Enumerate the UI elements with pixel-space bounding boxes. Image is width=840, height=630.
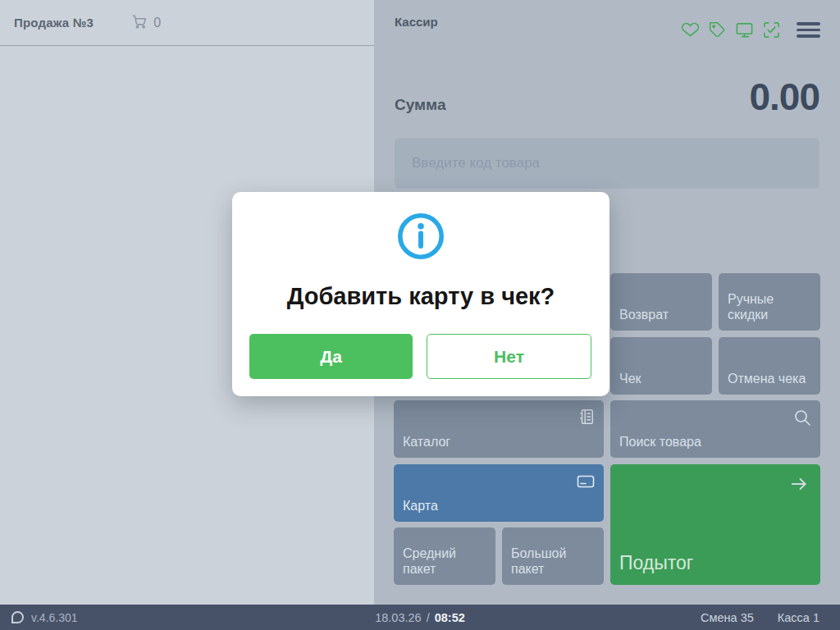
- catalog-button[interactable]: Каталог: [394, 400, 604, 458]
- medium-bag-button[interactable]: Средний пакет: [394, 527, 495, 585]
- arrow-right-icon: [788, 473, 810, 500]
- status-time: 08:52: [435, 611, 465, 624]
- receipt-button[interactable]: Чек: [610, 337, 712, 395]
- cart-counter: 0: [131, 13, 161, 33]
- info-icon: [232, 212, 609, 263]
- tag-icon[interactable]: [708, 21, 727, 39]
- manual-discounts-label: Ручные скидки: [728, 292, 811, 323]
- dialog-actions: Да Нет: [249, 334, 591, 379]
- cancel-receipt-label: Отмена чека: [728, 372, 806, 387]
- large-bag-label: Большой пакет: [511, 546, 595, 578]
- yes-button[interactable]: Да: [249, 334, 413, 379]
- return-label: Возврат: [619, 308, 669, 323]
- cashier-label: Кассир: [395, 15, 438, 29]
- manual-discounts-button[interactable]: Ручные скидки: [719, 273, 820, 331]
- shift-label: Смена 35: [701, 611, 754, 624]
- card-icon: [576, 472, 596, 495]
- dialog-title: Добавить карту в чек?: [232, 283, 609, 310]
- product-search-label: Поиск товара: [619, 435, 701, 450]
- add-card-dialog: Добавить карту в чек? Да Нет: [232, 192, 609, 396]
- card-label: Карта: [403, 499, 438, 514]
- scan-check-icon[interactable]: [762, 21, 781, 39]
- cart-icon: [131, 13, 148, 33]
- return-button[interactable]: Возврат: [610, 273, 712, 331]
- catalog-icon: [578, 408, 596, 430]
- cart-count: 0: [153, 16, 161, 30]
- subtotal-button[interactable]: Подытог: [610, 464, 820, 586]
- cancel-receipt-button[interactable]: Отмена чека: [719, 337, 820, 395]
- header-toolbar: [681, 21, 820, 39]
- sale-header: Продажа №3 0: [0, 0, 374, 46]
- status-right: Смена 35 Касса 1: [701, 605, 819, 630]
- sum-value: 0.00: [749, 78, 819, 116]
- search-icon: [792, 408, 812, 431]
- large-bag-button[interactable]: Большой пакет: [502, 527, 604, 585]
- catalog-label: Каталог: [403, 435, 450, 450]
- card-button[interactable]: Карта: [394, 464, 604, 522]
- product-search-button[interactable]: Поиск товара: [610, 400, 820, 458]
- register-label: Касса 1: [778, 611, 819, 624]
- sum-row: Сумма 0.00: [395, 78, 819, 116]
- medium-bag-label: Средний пакет: [403, 546, 486, 578]
- status-bar: v.4.6.301 18.03.26 / 08:52 Смена 35 Касс…: [0, 605, 840, 630]
- monitor-icon[interactable]: [735, 21, 754, 39]
- status-date: 18.03.26: [375, 611, 421, 624]
- sale-title: Продажа №3: [14, 16, 94, 30]
- product-code-input[interactable]: [395, 138, 819, 189]
- heart-icon[interactable]: [681, 21, 700, 39]
- sum-label: Сумма: [395, 96, 445, 114]
- receipt-label: Чек: [619, 372, 641, 387]
- no-button[interactable]: Нет: [427, 334, 591, 379]
- status-separator: /: [427, 611, 430, 624]
- menu-icon[interactable]: [797, 21, 820, 39]
- subtotal-label: Подытог: [619, 552, 693, 574]
